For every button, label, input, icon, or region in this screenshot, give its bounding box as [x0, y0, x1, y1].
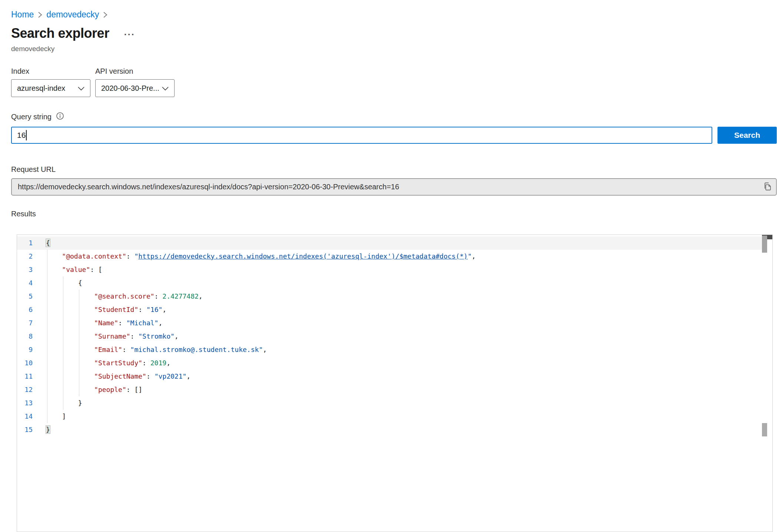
query-string-label: Query string: [11, 113, 52, 121]
request-url-label: Request URL: [11, 165, 779, 174]
code-line: 3 "value": [: [17, 263, 762, 276]
code-line: 5 "@search.score": 2.4277482,: [17, 290, 762, 303]
scrollbar-decoration: [762, 423, 767, 436]
code-area: 1{2 "@odata.context": "https://demovedec…: [17, 236, 762, 436]
code-line-text: "@search.score": 2.4277482,: [46, 290, 203, 303]
api-version-field: API version 2020-06-30-Pre...: [95, 67, 175, 97]
line-number: 11: [17, 370, 34, 383]
page-title: Search explorer: [11, 26, 109, 41]
code-line-text: "Name": "Michal",: [46, 316, 162, 330]
code-line: 13 }: [17, 396, 762, 410]
api-version-label: API version: [95, 67, 175, 76]
results-label: Results: [11, 210, 779, 218]
line-number: 5: [17, 290, 34, 303]
breadcrumb-service-link[interactable]: demovedecky: [46, 10, 99, 20]
search-explorer-page: Home demovedecky Search explorer ··· dem…: [0, 0, 779, 532]
code-line: 12 "people": []: [17, 383, 762, 396]
index-label: Index: [11, 67, 90, 76]
line-number: 7: [17, 316, 34, 330]
code-line: 7 "Name": "Michal",: [17, 316, 762, 330]
index-field: Index azuresql-index: [11, 67, 90, 97]
api-version-dropdown-value: 2020-06-30-Pre...: [101, 84, 159, 93]
line-number: 8: [17, 330, 34, 343]
line-number: 10: [17, 356, 34, 370]
breadcrumb: Home demovedecky: [0, 0, 779, 20]
breadcrumb-home-link[interactable]: Home: [11, 10, 34, 20]
request-url-value: https://demovedecky.search.windows.net/i…: [12, 183, 759, 191]
code-line-text: "StartStudy": 2019,: [46, 356, 170, 370]
search-button[interactable]: Search: [717, 127, 777, 144]
code-line: 14 ]: [17, 410, 762, 423]
chevron-down-icon: [77, 84, 85, 93]
code-line-text: ]: [46, 410, 66, 423]
code-line-text: {: [46, 276, 82, 290]
line-number: 9: [17, 343, 34, 356]
index-dropdown[interactable]: azuresql-index: [11, 79, 90, 97]
code-line: 15}: [17, 423, 762, 436]
code-line-text: {: [46, 236, 50, 250]
line-number: 13: [17, 396, 34, 410]
chevron-right-icon: [103, 11, 108, 19]
code-line: 10 "StartStudy": 2019,: [17, 356, 762, 370]
code-line-text: "Email": "michal.stromko@.student.tuke.s…: [46, 343, 267, 356]
api-version-dropdown[interactable]: 2020-06-30-Pre...: [95, 79, 175, 97]
results-editor[interactable]: 1{2 "@odata.context": "https://demovedec…: [17, 235, 773, 532]
selects-row: Index azuresql-index API version 2020-06…: [11, 67, 779, 97]
line-number: 1: [17, 236, 34, 250]
line-number: 12: [17, 383, 34, 396]
code-line-text: "StudentId": "16",: [46, 303, 166, 316]
line-number: 2: [17, 250, 34, 263]
code-line: 11 "SubjectName": "vp2021",: [17, 370, 762, 383]
request-url-field: https://demovedecky.search.windows.net/i…: [11, 178, 777, 196]
line-number: 14: [17, 410, 34, 423]
code-line-text: }: [46, 423, 50, 436]
query-input[interactable]: 16: [11, 127, 712, 144]
more-options-icon[interactable]: ···: [124, 28, 135, 39]
index-dropdown-value: azuresql-index: [17, 84, 65, 93]
code-line: 2 "@odata.context": "https://demovedecky…: [17, 250, 762, 263]
code-line-text: "SubjectName": "vp2021",: [46, 370, 190, 383]
code-line-text: "people": []: [46, 383, 142, 396]
code-line: 1{: [17, 236, 762, 250]
code-line: 6 "StudentId": "16",: [17, 303, 762, 316]
chevron-down-icon: [162, 84, 169, 93]
query-row: 16 Search: [11, 127, 777, 144]
query-string-row: Query string: [11, 112, 779, 122]
line-number: 4: [17, 276, 34, 290]
line-number: 6: [17, 303, 34, 316]
copy-button[interactable]: [759, 179, 776, 195]
code-line: 4 {: [17, 276, 762, 290]
code-line: 8 "Surname": "Stromko",: [17, 330, 762, 343]
code-line: 9 "Email": "michal.stromko@.student.tuke…: [17, 343, 762, 356]
line-number: 3: [17, 263, 34, 276]
query-input-value: 16: [17, 131, 26, 140]
line-number: 15: [17, 423, 34, 436]
copy-icon: [763, 181, 772, 193]
scrollbar-thumb[interactable]: [762, 236, 767, 253]
odata-context-link[interactable]: https://demovedecky.search.windows.net/i…: [138, 252, 468, 260]
page-subtitle: demovedecky: [11, 45, 779, 53]
info-icon[interactable]: [56, 112, 64, 122]
chevron-right-icon: [37, 11, 43, 19]
code-line-text: "@odata.context": "https://demovedecky.s…: [46, 250, 476, 263]
code-line-text: "value": [: [46, 263, 102, 276]
code-line-text: "Surname": "Stromko",: [46, 330, 179, 343]
header: Search explorer ···: [11, 26, 779, 41]
code-line-text: }: [46, 396, 82, 410]
text-caret: [26, 130, 27, 140]
